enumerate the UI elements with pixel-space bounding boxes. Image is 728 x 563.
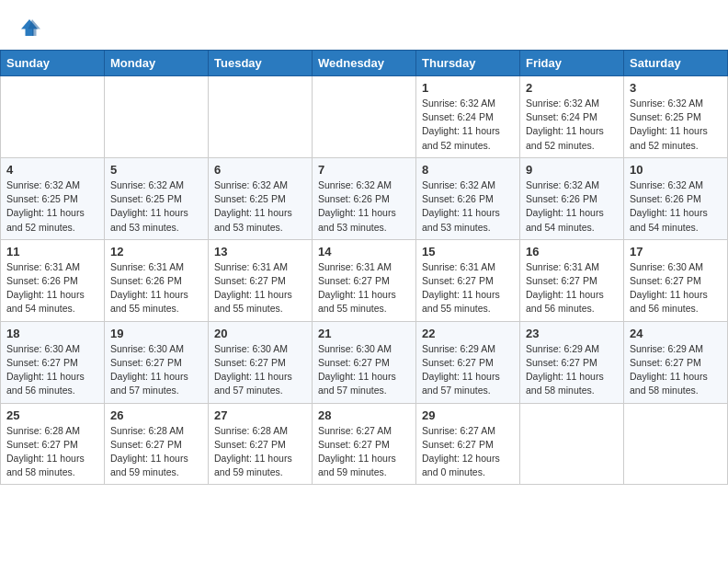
header-cell-saturday: Saturday: [624, 51, 728, 76]
day-info: Sunrise: 6:32 AM Sunset: 6:26 PM Dayligh…: [422, 178, 514, 235]
day-number: 5: [110, 163, 202, 177]
day-number: 20: [214, 327, 306, 340]
day-cell: 25Sunrise: 6:28 AM Sunset: 6:27 PM Dayli…: [1, 403, 105, 485]
day-number: 9: [526, 163, 618, 177]
day-number: 16: [526, 245, 618, 259]
day-cell: 16Sunrise: 6:31 AM Sunset: 6:27 PM Dayli…: [520, 239, 624, 321]
day-info: Sunrise: 6:32 AM Sunset: 6:24 PM Dayligh…: [422, 97, 514, 153]
day-info: Sunrise: 6:28 AM Sunset: 6:27 PM Dayligh…: [214, 424, 306, 480]
calendar-body: 1Sunrise: 6:32 AM Sunset: 6:24 PM Daylig…: [1, 76, 728, 485]
day-number: 27: [214, 408, 306, 422]
day-number: 6: [214, 163, 306, 177]
day-number: 3: [630, 81, 722, 95]
day-number: 21: [318, 327, 410, 340]
day-number: 28: [318, 408, 410, 422]
header-cell-tuesday: Tuesday: [209, 51, 313, 76]
day-cell: 8Sunrise: 6:32 AM Sunset: 6:26 PM Daylig…: [416, 157, 520, 239]
day-cell: 22Sunrise: 6:29 AM Sunset: 6:27 PM Dayli…: [416, 321, 520, 403]
day-number: 11: [6, 245, 98, 259]
day-info: Sunrise: 6:32 AM Sunset: 6:25 PM Dayligh…: [630, 97, 722, 153]
day-number: 2: [526, 81, 618, 95]
week-row-0: 1Sunrise: 6:32 AM Sunset: 6:24 PM Daylig…: [1, 76, 728, 158]
week-row-3: 18Sunrise: 6:30 AM Sunset: 6:27 PM Dayli…: [1, 321, 728, 403]
day-cell: 2Sunrise: 6:32 AM Sunset: 6:24 PM Daylig…: [520, 76, 624, 158]
day-number: 18: [6, 327, 98, 340]
day-info: Sunrise: 6:31 AM Sunset: 6:27 PM Dayligh…: [422, 260, 514, 316]
day-cell: 23Sunrise: 6:29 AM Sunset: 6:27 PM Dayli…: [520, 321, 624, 403]
header-cell-wednesday: Wednesday: [313, 51, 416, 76]
day-cell: 6Sunrise: 6:32 AM Sunset: 6:25 PM Daylig…: [209, 157, 313, 239]
day-number: 7: [318, 163, 410, 177]
day-cell: 3Sunrise: 6:32 AM Sunset: 6:25 PM Daylig…: [624, 76, 728, 158]
day-cell: 15Sunrise: 6:31 AM Sunset: 6:27 PM Dayli…: [416, 239, 520, 321]
day-cell: 5Sunrise: 6:32 AM Sunset: 6:25 PM Daylig…: [105, 157, 209, 239]
header-row: SundayMondayTuesdayWednesdayThursdayFrid…: [1, 51, 728, 76]
calendar-table: SundayMondayTuesdayWednesdayThursdayFrid…: [0, 50, 728, 485]
day-info: Sunrise: 6:30 AM Sunset: 6:27 PM Dayligh…: [214, 342, 306, 398]
day-number: 15: [422, 245, 514, 259]
day-cell: 14Sunrise: 6:31 AM Sunset: 6:27 PM Dayli…: [313, 239, 416, 321]
day-cell: 10Sunrise: 6:32 AM Sunset: 6:26 PM Dayli…: [624, 157, 728, 239]
week-row-1: 4Sunrise: 6:32 AM Sunset: 6:25 PM Daylig…: [1, 157, 728, 239]
day-cell: 1Sunrise: 6:32 AM Sunset: 6:24 PM Daylig…: [416, 76, 520, 158]
day-cell: [624, 403, 728, 485]
day-info: Sunrise: 6:32 AM Sunset: 6:26 PM Dayligh…: [630, 178, 722, 235]
day-info: Sunrise: 6:32 AM Sunset: 6:25 PM Dayligh…: [214, 178, 306, 235]
day-info: Sunrise: 6:29 AM Sunset: 6:27 PM Dayligh…: [630, 342, 722, 398]
header-cell-thursday: Thursday: [416, 51, 520, 76]
day-info: Sunrise: 6:30 AM Sunset: 6:27 PM Dayligh…: [110, 342, 202, 398]
day-cell: 17Sunrise: 6:30 AM Sunset: 6:27 PM Dayli…: [624, 239, 728, 321]
day-info: Sunrise: 6:27 AM Sunset: 6:27 PM Dayligh…: [318, 424, 410, 480]
day-info: Sunrise: 6:32 AM Sunset: 6:25 PM Dayligh…: [110, 178, 202, 235]
day-number: 12: [110, 245, 202, 259]
day-number: 23: [526, 327, 618, 340]
header-cell-monday: Monday: [105, 51, 209, 76]
day-info: Sunrise: 6:32 AM Sunset: 6:26 PM Dayligh…: [318, 178, 410, 235]
logo: [18, 17, 44, 39]
day-cell: 20Sunrise: 6:30 AM Sunset: 6:27 PM Dayli…: [209, 321, 313, 403]
day-cell: [1, 76, 105, 158]
day-number: 24: [630, 327, 722, 340]
day-info: Sunrise: 6:31 AM Sunset: 6:26 PM Dayligh…: [6, 260, 98, 316]
day-info: Sunrise: 6:31 AM Sunset: 6:26 PM Dayligh…: [110, 260, 202, 316]
day-number: 29: [422, 408, 514, 422]
day-cell: 29Sunrise: 6:27 AM Sunset: 6:27 PM Dayli…: [416, 403, 520, 485]
day-cell: 4Sunrise: 6:32 AM Sunset: 6:25 PM Daylig…: [1, 157, 105, 239]
day-info: Sunrise: 6:28 AM Sunset: 6:27 PM Dayligh…: [6, 424, 98, 480]
day-info: Sunrise: 6:30 AM Sunset: 6:27 PM Dayligh…: [318, 342, 410, 398]
day-cell: 9Sunrise: 6:32 AM Sunset: 6:26 PM Daylig…: [520, 157, 624, 239]
day-number: 13: [214, 245, 306, 259]
day-cell: 24Sunrise: 6:29 AM Sunset: 6:27 PM Dayli…: [624, 321, 728, 403]
day-number: 26: [110, 408, 202, 422]
day-cell: 13Sunrise: 6:31 AM Sunset: 6:27 PM Dayli…: [209, 239, 313, 321]
day-info: Sunrise: 6:30 AM Sunset: 6:27 PM Dayligh…: [630, 260, 722, 316]
calendar-header: SundayMondayTuesdayWednesdayThursdayFrid…: [1, 51, 728, 76]
day-cell: [313, 76, 416, 158]
day-cell: [209, 76, 313, 158]
day-info: Sunrise: 6:32 AM Sunset: 6:24 PM Dayligh…: [526, 97, 618, 153]
day-info: Sunrise: 6:29 AM Sunset: 6:27 PM Dayligh…: [526, 342, 618, 398]
day-info: Sunrise: 6:28 AM Sunset: 6:27 PM Dayligh…: [110, 424, 202, 480]
day-cell: [105, 76, 209, 158]
day-number: 14: [318, 245, 410, 259]
header: [0, 0, 728, 46]
day-number: 19: [110, 327, 202, 340]
week-row-4: 25Sunrise: 6:28 AM Sunset: 6:27 PM Dayli…: [1, 403, 728, 485]
day-cell: 28Sunrise: 6:27 AM Sunset: 6:27 PM Dayli…: [313, 403, 416, 485]
day-cell: 27Sunrise: 6:28 AM Sunset: 6:27 PM Dayli…: [209, 403, 313, 485]
day-info: Sunrise: 6:29 AM Sunset: 6:27 PM Dayligh…: [422, 342, 514, 398]
day-cell: 26Sunrise: 6:28 AM Sunset: 6:27 PM Dayli…: [105, 403, 209, 485]
header-cell-friday: Friday: [520, 51, 624, 76]
day-number: 22: [422, 327, 514, 340]
day-cell: 18Sunrise: 6:30 AM Sunset: 6:27 PM Dayli…: [1, 321, 105, 403]
day-cell: 12Sunrise: 6:31 AM Sunset: 6:26 PM Dayli…: [105, 239, 209, 321]
day-cell: 11Sunrise: 6:31 AM Sunset: 6:26 PM Dayli…: [1, 239, 105, 321]
day-info: Sunrise: 6:30 AM Sunset: 6:27 PM Dayligh…: [6, 342, 98, 398]
day-cell: 19Sunrise: 6:30 AM Sunset: 6:27 PM Dayli…: [105, 321, 209, 403]
day-cell: 7Sunrise: 6:32 AM Sunset: 6:26 PM Daylig…: [313, 157, 416, 239]
day-number: 4: [6, 163, 98, 177]
day-cell: 21Sunrise: 6:30 AM Sunset: 6:27 PM Dayli…: [313, 321, 416, 403]
day-number: 1: [422, 81, 514, 95]
day-number: 17: [630, 245, 722, 259]
day-number: 8: [422, 163, 514, 177]
